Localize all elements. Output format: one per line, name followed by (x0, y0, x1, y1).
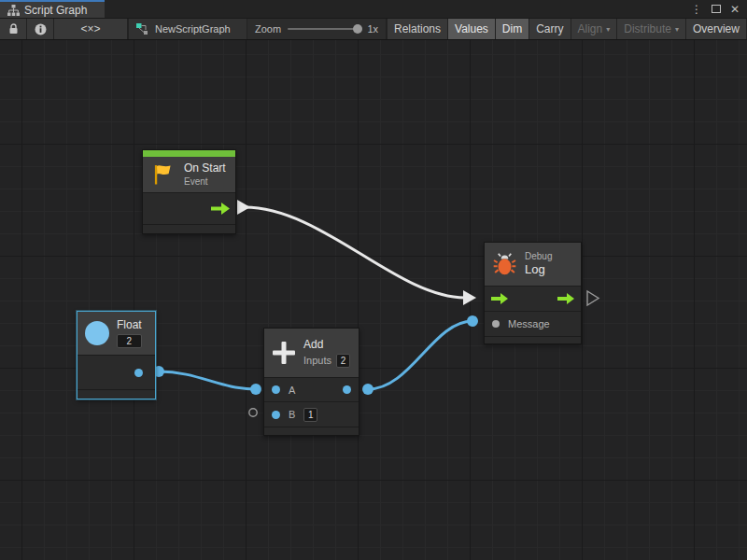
inputs-count-input[interactable]: 2 (336, 354, 350, 368)
flow-input-port[interactable] (491, 293, 508, 304)
node-footer (78, 389, 155, 399)
zoom-label: Zoom (255, 23, 281, 35)
carry-button[interactable]: Carry (529, 19, 570, 39)
unconnected-flow-triangle[interactable] (587, 291, 599, 305)
node-footer (143, 224, 235, 233)
zoom-slider-handle[interactable] (353, 24, 362, 34)
float-output-port[interactable] (134, 369, 143, 377)
node-float[interactable]: Float 2 (77, 311, 156, 399)
port-b-value-input[interactable]: 1 (303, 408, 317, 422)
graph-breadcrumb[interactable]: NewScriptGraph (129, 19, 247, 39)
wire-endpoint-dot (467, 315, 478, 327)
script-graph-window: Script Graph ⋮ ✕ <×> (0, 0, 747, 560)
dim-label: Dim (502, 22, 522, 35)
wire-onstart-to-log[interactable] (245, 207, 465, 298)
toolbar: <×> NewScriptGraph Zoom 1x Relations Val… (0, 19, 747, 40)
distribute-button[interactable]: Distribute ▾ (617, 19, 685, 39)
close-icon[interactable]: ✕ (730, 4, 740, 15)
float-value-icon (85, 321, 109, 345)
message-port-label: Message (508, 318, 550, 329)
code-brackets-icon: <×> (80, 22, 100, 35)
node-class-name: Debug (525, 250, 552, 262)
wire-end-arrowhead (463, 290, 476, 305)
maximize-icon[interactable] (712, 5, 721, 13)
lock-icon (8, 23, 19, 35)
flag-icon (150, 161, 176, 188)
node-title: Float (117, 318, 142, 332)
graph-canvas[interactable]: On Start Event (0, 40, 747, 560)
align-label: Align (578, 22, 603, 35)
chevron-down-icon: ▾ (606, 25, 610, 34)
zoom-control: Zoom 1x (247, 19, 386, 39)
zoom-value: 1x (367, 23, 378, 35)
port-b-label: B (289, 409, 295, 420)
node-method-name: Log (525, 262, 552, 277)
tab-title: Script Graph (24, 4, 87, 17)
wire-endpoint-dot (362, 384, 374, 395)
overview-button[interactable]: Overview (686, 19, 746, 39)
bug-icon (492, 252, 517, 277)
unconnected-value-circle[interactable] (249, 409, 257, 416)
menu-icon[interactable]: ⋮ (691, 4, 702, 15)
values-label: Values (455, 22, 488, 35)
script-graph-asset-icon (136, 23, 149, 35)
info-icon (35, 23, 47, 35)
tab-script-graph[interactable]: Script Graph (0, 0, 105, 18)
graph-name-label: NewScriptGraph (155, 23, 231, 35)
node-add[interactable]: Add Inputs 2 A B 1 (263, 328, 359, 436)
node-subtitle: Event (184, 175, 226, 188)
node-title: Add (303, 338, 350, 352)
chevron-down-icon: ▾ (675, 25, 679, 34)
overview-label: Overview (693, 22, 740, 35)
node-debug-log[interactable]: Debug Log Message (484, 242, 582, 344)
flow-output-port[interactable] (557, 293, 574, 304)
align-button[interactable]: Align ▾ (571, 19, 617, 39)
graph-hierarchy-icon (7, 5, 20, 16)
info-button[interactable] (27, 19, 53, 39)
wire-float-to-add-a[interactable] (159, 371, 256, 389)
message-input-port[interactable] (492, 320, 500, 328)
code-view-button[interactable]: <×> (54, 19, 127, 39)
wire-add-to-log-message[interactable] (368, 321, 472, 389)
node-footer (264, 427, 359, 435)
relations-button[interactable]: Relations (388, 19, 447, 39)
node-footer (485, 336, 581, 343)
window-controls: ⋮ ✕ (691, 0, 747, 18)
dim-button[interactable]: Dim (496, 19, 529, 39)
add-input-a-port[interactable] (272, 385, 280, 394)
node-on-start[interactable]: On Start Event (142, 149, 236, 234)
tab-bar: Script Graph ⋮ ✕ (0, 0, 747, 19)
zoom-slider[interactable] (288, 28, 360, 30)
port-a-label: A (289, 385, 295, 396)
float-value-input[interactable]: 2 (117, 334, 142, 348)
values-button[interactable]: Values (448, 19, 495, 39)
flow-output-port[interactable] (211, 203, 230, 215)
carry-label: Carry (536, 22, 563, 35)
wire-start-arrowhead (237, 200, 250, 215)
event-green-bar (143, 150, 235, 157)
add-output-port[interactable] (343, 385, 351, 394)
add-input-b-port[interactable] (272, 411, 280, 419)
distribute-label: Distribute (624, 22, 671, 35)
inputs-label: Inputs (303, 354, 331, 367)
wire-endpoint-dot (250, 384, 261, 395)
relations-label: Relations (394, 22, 441, 35)
node-title: On Start (184, 161, 226, 175)
connection-wires (0, 40, 747, 560)
plus-icon (272, 341, 296, 365)
lock-button[interactable] (0, 19, 26, 39)
